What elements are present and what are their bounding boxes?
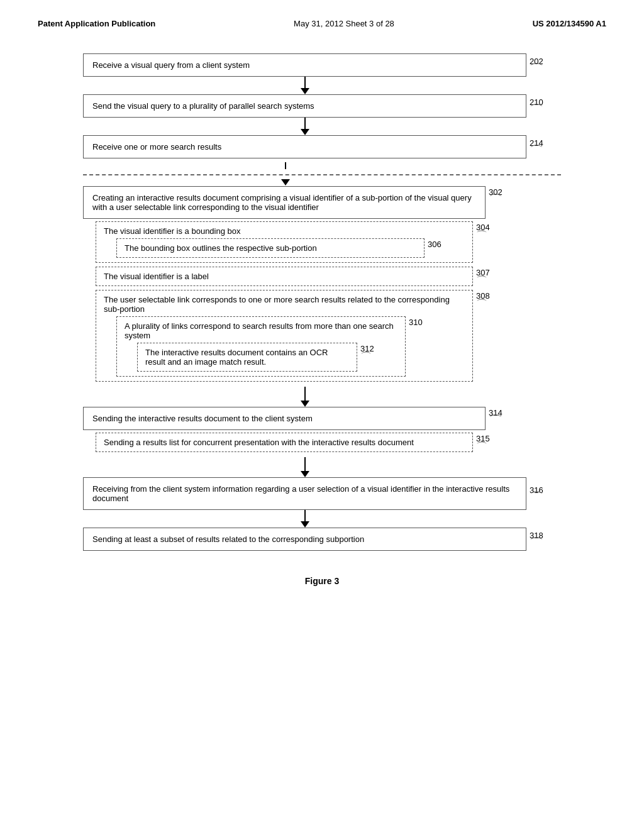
box-307: The visual identifier is a label: [96, 267, 473, 286]
box-310-label: A plurality of links correspond to searc…: [125, 321, 394, 340]
box-302: Creating an interactive results document…: [83, 186, 486, 219]
box-202-label: Receive a visual query from a client sys…: [92, 60, 250, 70]
box-210-label: Send the visual query to a plurality of …: [92, 101, 314, 111]
ref-314-curve: ⌒: [489, 417, 502, 425]
ref-308-curve: ⌒: [476, 301, 490, 309]
ref-306: 306: [425, 238, 441, 249]
box-308-label: The user selectable link corresponds to …: [104, 295, 450, 314]
box-202: Receive a visual query from a client sys…: [83, 53, 526, 77]
ref-202: 202 ⌒: [526, 57, 561, 74]
section-314-wrapper: Sending the interactive results document…: [83, 407, 561, 452]
ref-210: 210 ⌒: [526, 97, 561, 114]
box-210: Send the visual query to a plurality of …: [83, 94, 526, 118]
ref-310: 310: [406, 316, 423, 327]
row-214: Receive one or more search results 214 ⌒: [83, 135, 561, 158]
box-307-label: The visual identifier is a label: [104, 272, 209, 281]
dashed-separator-area: [83, 162, 561, 186]
ref-304: 304 ⌒: [473, 221, 490, 240]
figure-caption: Figure 3: [305, 576, 339, 586]
box-310: A plurality of links correspond to searc…: [116, 316, 406, 377]
box-312-label: The interactive results document contain…: [145, 348, 328, 367]
row-316: Receiving from the client system informa…: [83, 477, 561, 510]
ref-302-curve: ⌒: [489, 196, 502, 204]
ref-310-num: 310: [409, 318, 423, 327]
ref-308: 308 ⌒: [473, 290, 490, 309]
section-302-wrapper: Creating an interactive results document…: [83, 186, 561, 382]
header-left: Patent Application Publication: [38, 19, 155, 28]
box-316-label: Receiving from the client system informa…: [92, 484, 509, 503]
ref-304-curve: ⌒: [476, 232, 490, 240]
ref-318: 318 ⌒: [526, 531, 561, 548]
figure-caption-text: Figure 3: [305, 576, 339, 586]
ref-306-num: 306: [428, 240, 441, 249]
ref-312-curve: ⌒: [360, 353, 374, 362]
diagram-container: Receive a visual query from a client sys…: [0, 41, 644, 611]
ref-314: 314 ⌒: [486, 407, 520, 425]
box-316: Receiving from the client system informa…: [83, 477, 526, 510]
row-202: Receive a visual query from a client sys…: [83, 53, 561, 77]
arrow-2: [301, 118, 309, 135]
page-header: Patent Application Publication May 31, 2…: [0, 0, 644, 41]
box-308-wrapper: The user selectable link corresponds to …: [83, 290, 561, 382]
box-314: Sending the interactive results document…: [83, 407, 486, 430]
ref-316-curve: ⌒: [530, 494, 543, 502]
arrow-5: [301, 510, 309, 528]
row-318: Sending at least a subset of results rel…: [83, 528, 561, 551]
box-304-wrapper: The visual identifier is a bounding box …: [83, 221, 561, 263]
box-306-label: The bounding box outlines the respective…: [125, 243, 317, 253]
box-315-wrapper: Sending a results list for concurrent pr…: [83, 433, 561, 452]
ref-318-curve: ⌒: [530, 540, 543, 548]
box-308: The user selectable link corresponds to …: [96, 290, 473, 382]
box-302-label: Creating an interactive results document…: [92, 193, 472, 212]
arrow-4: [301, 457, 309, 477]
box-318-label: Sending at least a subset of results rel…: [92, 534, 364, 544]
header-center: May 31, 2012 Sheet 3 of 28: [294, 19, 394, 28]
ref-316: 316 ⌒: [526, 485, 561, 502]
ref-312: 312 ⌒: [357, 343, 374, 362]
box-315: Sending a results list for concurrent pr…: [96, 433, 473, 452]
ref-302: 302 ⌒: [486, 186, 520, 204]
box-304: The visual identifier is a bounding box …: [96, 221, 473, 263]
row-314: Sending the interactive results document…: [83, 407, 561, 430]
arrow-3: [301, 387, 309, 407]
dashed-line: [83, 174, 561, 175]
box-315-label: Sending a results list for concurrent pr…: [104, 438, 414, 447]
box-314-label: Sending the interactive results document…: [92, 414, 313, 423]
ref-202-curve: ⌒: [530, 65, 543, 74]
box-304-label: The visual identifier is a bounding box: [104, 226, 241, 236]
box-312-wrapper: The interactive results document contain…: [125, 343, 397, 372]
ref-214-curve: ⌒: [530, 147, 543, 155]
box-310-wrapper: A plurality of links correspond to searc…: [104, 316, 465, 377]
ref-214: 214 ⌒: [526, 138, 561, 155]
ref-307-curve: ⌒: [476, 277, 490, 285]
box-307-wrapper: The visual identifier is a label 307 ⌒: [83, 267, 561, 286]
row-302: Creating an interactive results document…: [83, 186, 561, 219]
box-214: Receive one or more search results: [83, 135, 526, 158]
ref-307: 307 ⌒: [473, 267, 490, 285]
header-right: US 2012/134590 A1: [533, 19, 606, 28]
ref-315: 315 ⌒: [473, 433, 490, 451]
separator-arrow: [281, 162, 290, 185]
ref-315-curve: ⌒: [476, 443, 490, 451]
box-318: Sending at least a subset of results rel…: [83, 528, 526, 551]
box-306-wrapper: The bounding box outlines the respective…: [104, 238, 465, 258]
ref-210-curve: ⌒: [530, 106, 543, 114]
box-306: The bounding box outlines the respective…: [116, 238, 425, 258]
box-214-label: Receive one or more search results: [92, 142, 221, 152]
row-210: Send the visual query to a plurality of …: [83, 94, 561, 118]
box-312: The interactive results document contain…: [137, 343, 357, 372]
arrow-1: [301, 77, 309, 94]
